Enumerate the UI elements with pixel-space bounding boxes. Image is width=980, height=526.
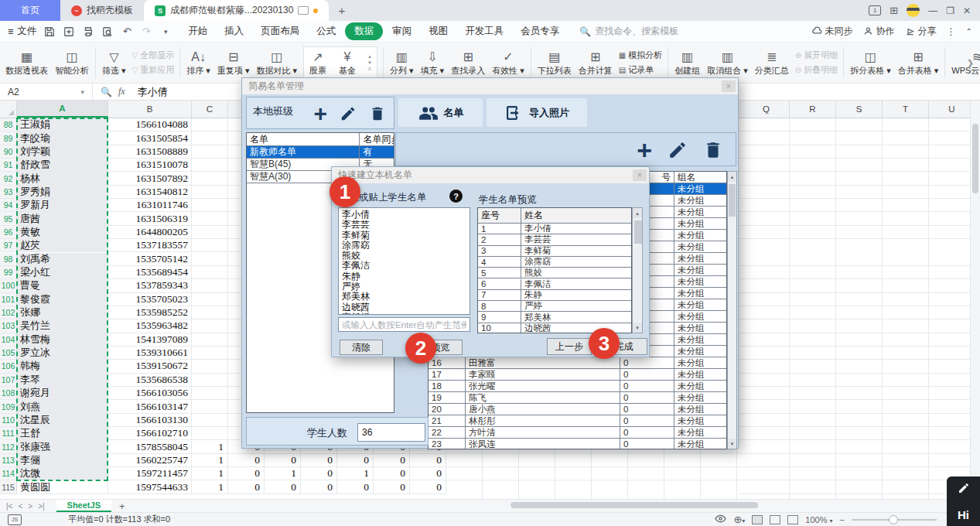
roster-row[interactable]: 20唐小燕0未分组 xyxy=(429,404,726,415)
preview-row[interactable]: 6李佩洁 xyxy=(478,279,631,290)
cell-value[interactable]: 1 xyxy=(192,454,228,467)
horizontal-scrollbar-thumb[interactable] xyxy=(510,502,758,508)
cell-empty[interactable] xyxy=(228,306,241,319)
cell-empty[interactable] xyxy=(192,360,228,373)
cell-value[interactable]: 0 xyxy=(228,480,265,494)
normal-view-icon[interactable] xyxy=(752,515,763,524)
preview-row[interactable]: 3李鲜菊 xyxy=(478,246,631,257)
cell-empty[interactable] xyxy=(192,253,228,266)
cell-empty[interactable] xyxy=(228,319,241,333)
cell-empty[interactable] xyxy=(192,199,228,212)
dialog-titlebar[interactable]: 简易名单管理 × xyxy=(242,78,738,94)
cell-name[interactable]: 黎俊霞 xyxy=(17,293,108,306)
horizontal-scrollbar[interactable] xyxy=(507,501,967,509)
roster-row[interactable]: 18张光曜0未分组 xyxy=(429,381,726,392)
cell-name[interactable]: 张康强 xyxy=(17,440,108,453)
subdialog-titlebar[interactable]: 快速建立本机名单 × xyxy=(332,167,649,183)
preview-row[interactable]: 7朱静 xyxy=(478,290,631,301)
cell-empty[interactable] xyxy=(228,347,241,360)
cell-value[interactable]: 0 xyxy=(337,454,374,467)
row-header-96[interactable]: 96 xyxy=(0,226,17,239)
cell-phone[interactable]: 1537859343 xyxy=(108,279,192,292)
cell-empty[interactable] xyxy=(192,145,228,159)
cell-value[interactable]: 1 xyxy=(192,480,228,494)
page-break-view-icon[interactable] xyxy=(770,515,780,524)
cell-empty[interactable] xyxy=(192,387,228,400)
cell-empty[interactable] xyxy=(192,293,228,306)
cell-empty[interactable] xyxy=(192,266,228,279)
student-names-textarea[interactable] xyxy=(338,207,470,315)
cell-value[interactable]: 0 xyxy=(410,480,446,494)
cell-phone[interactable]: 1541397089 xyxy=(108,333,192,347)
cell-name[interactable]: 王舒 xyxy=(17,427,108,440)
row-header-91[interactable]: 91 xyxy=(0,159,17,172)
zoom-slider-thumb[interactable] xyxy=(889,515,898,524)
roster-row[interactable]: 22方叶清0未分组 xyxy=(429,427,726,439)
cell-name[interactable]: 罗立冰 xyxy=(17,347,108,360)
cell-name[interactable]: 赵芡 xyxy=(17,239,108,252)
row-header-100[interactable]: 100 xyxy=(0,279,17,292)
edit-class-button[interactable] xyxy=(340,105,357,122)
cell-empty[interactable] xyxy=(192,239,228,252)
cell-value[interactable]: 1 xyxy=(192,440,228,453)
class-list-row[interactable]: 新教师名单有 xyxy=(247,146,394,159)
row-header-104[interactable]: 104 xyxy=(0,333,17,347)
row-header-105[interactable]: 105 xyxy=(0,347,17,360)
subdialog-close-icon[interactable]: × xyxy=(633,169,647,181)
roster-row[interactable]: 21林彤彤0未分组 xyxy=(429,415,726,427)
cell-empty[interactable] xyxy=(192,414,228,427)
cell-value[interactable]: 0 xyxy=(265,480,301,494)
cell-empty[interactable] xyxy=(228,253,241,266)
cell-name[interactable]: 刘禹希 xyxy=(17,253,108,266)
add-sheet-button[interactable]: + xyxy=(119,500,125,512)
cell-phone[interactable]: 1535705142 xyxy=(108,253,192,266)
add-student-button[interactable]: + xyxy=(637,137,652,163)
cell-phone[interactable]: 1566102710 xyxy=(108,427,192,440)
cell-phone[interactable]: 1560225747 xyxy=(108,454,192,467)
header-group[interactable]: 组名 xyxy=(674,172,726,183)
cell-value[interactable]: 0 xyxy=(374,467,410,480)
cell-empty[interactable] xyxy=(192,118,228,132)
cell-name[interactable]: 吴竹兰 xyxy=(17,319,108,333)
cell-empty[interactable] xyxy=(228,172,241,185)
cell-name[interactable]: 李琴 xyxy=(17,374,108,387)
cell-locator-icon[interactable]: ⊕▾ xyxy=(733,514,745,525)
zoom-slider[interactable] xyxy=(852,519,937,521)
prev-sheet-icon[interactable]: < xyxy=(18,502,22,511)
cell-empty[interactable] xyxy=(228,212,241,225)
import-photo-button[interactable]: 导入照片 xyxy=(487,98,587,127)
cell-name[interactable]: 王淑娟 xyxy=(17,118,108,132)
cell-name[interactable]: 林雪梅 xyxy=(17,333,108,347)
vertical-scrollbar[interactable] xyxy=(970,101,980,499)
cell-phone[interactable]: 1631510078 xyxy=(108,159,192,172)
back-button[interactable]: 上一步 xyxy=(547,338,592,355)
preview-row[interactable]: 5熊姣 xyxy=(478,268,631,278)
row-header-107[interactable]: 107 xyxy=(0,374,17,387)
row-header-102[interactable]: 102 xyxy=(0,306,17,319)
cell-value[interactable]: 0 xyxy=(301,467,337,480)
cell-phone[interactable]: 1539310661 xyxy=(108,347,192,360)
cell-name[interactable]: 罗新月 xyxy=(17,199,108,212)
zoom-level[interactable]: 100% ▾ xyxy=(805,515,832,524)
cell-phone[interactable]: 1535689454 xyxy=(108,266,192,279)
cell-name[interactable]: 李俪 xyxy=(17,454,108,467)
row-header-112[interactable]: 112 xyxy=(0,440,17,453)
cell-name[interactable]: 张娜 xyxy=(17,306,108,319)
row-header-114[interactable]: 114 xyxy=(0,467,17,480)
preview-row[interactable]: 8严婷 xyxy=(478,301,631,312)
row-header-93[interactable]: 93 xyxy=(0,186,17,199)
cell-value[interactable]: 0 xyxy=(337,480,374,494)
cell-value[interactable]: 0 xyxy=(228,454,265,467)
preview-row[interactable]: 4涂霈窈 xyxy=(478,257,631,268)
cell-empty[interactable] xyxy=(192,159,228,172)
cell-empty[interactable] xyxy=(192,427,228,440)
row-header-101[interactable]: 101 xyxy=(0,293,17,306)
cell-value[interactable]: 1 xyxy=(192,467,228,480)
cell-name[interactable]: 罗秀娟 xyxy=(17,186,108,199)
cell-empty[interactable] xyxy=(192,186,228,199)
preview-row[interactable]: 9郑美林 xyxy=(478,312,631,323)
cell-phone[interactable]: 1631508889 xyxy=(108,145,192,159)
cell-value[interactable]: 0 xyxy=(265,454,301,467)
roster-row[interactable]: 19陈飞0未分组 xyxy=(429,392,726,404)
roster-row[interactable]: 23张凤连0未分组 xyxy=(429,439,726,449)
